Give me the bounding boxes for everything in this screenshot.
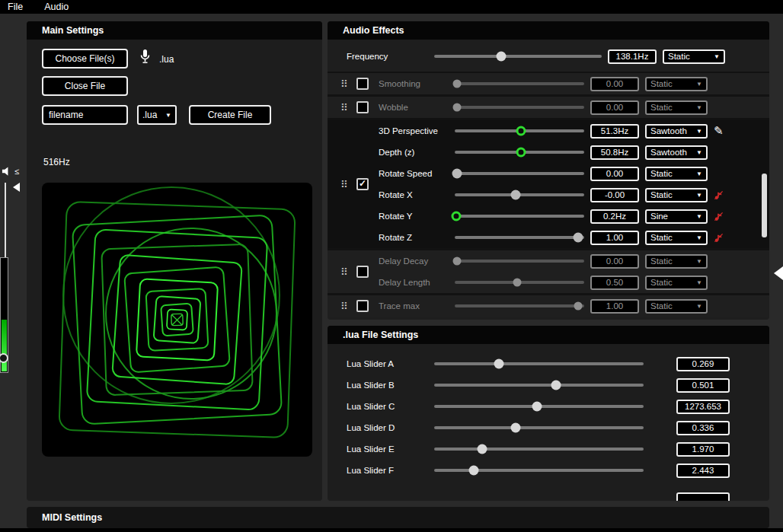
midi-learn-icon[interactable] — [714, 233, 727, 243]
choose-files-button[interactable]: Choose File(s) — [42, 49, 128, 68]
effect-value-box[interactable]: 1.00 — [590, 231, 639, 245]
slider-thumb[interactable] — [516, 148, 526, 158]
lua-value-box[interactable]: 1273.653 — [676, 400, 730, 414]
effect-value-box[interactable]: 0.2Hz — [590, 209, 639, 224]
slider-thumb[interactable] — [551, 381, 561, 390]
effect-checkbox[interactable] — [356, 178, 369, 190]
effect-value-box[interactable]: -0.00 — [590, 188, 639, 202]
lua-value-box[interactable]: 1.970 — [676, 442, 730, 457]
slider-thumb[interactable] — [469, 466, 479, 476]
drag-handle-icon[interactable]: ⠿ — [340, 102, 350, 113]
effect-slider[interactable] — [455, 210, 584, 222]
microphone-icon[interactable] — [139, 49, 151, 65]
volume-level-meter[interactable] — [0, 257, 8, 373]
menu-file[interactable]: File — [8, 2, 23, 12]
effect-slider[interactable] — [455, 125, 584, 137]
drag-handle-icon[interactable]: ⠿ — [340, 179, 350, 190]
slider-thumb[interactable] — [494, 359, 504, 369]
effect-checkbox[interactable] — [356, 78, 369, 90]
slider-thumb[interactable] — [453, 104, 462, 112]
lua-slider[interactable] — [434, 358, 644, 370]
frequency-slider[interactable] — [434, 50, 602, 62]
slider-thumb[interactable] — [574, 302, 582, 311]
lua-value-box[interactable] — [676, 492, 730, 502]
effect-mode-dropdown[interactable]: Static ▼ — [645, 188, 708, 202]
effect-checkbox[interactable] — [356, 300, 369, 312]
effect-checkbox[interactable] — [356, 266, 369, 278]
slider-thumb[interactable] — [497, 52, 507, 62]
lua-slider[interactable] — [434, 422, 644, 434]
effect-mode-dropdown[interactable]: Sine ▼ — [645, 209, 708, 224]
effect-mode-dropdown[interactable]: Static ▼ — [645, 231, 708, 245]
lua-slider[interactable] — [434, 464, 644, 476]
effect-value-box[interactable]: 0.00 — [590, 167, 639, 181]
effect-value-box[interactable]: 0.00 — [590, 254, 639, 269]
effect-value-box[interactable]: 0.00 — [590, 100, 639, 115]
slider-thumb[interactable] — [452, 169, 462, 179]
close-file-button[interactable]: Close File — [42, 76, 128, 96]
volume-meter: ≤ — [0, 166, 23, 379]
effect-slider[interactable] — [455, 276, 584, 288]
create-file-button[interactable]: Create File — [189, 105, 271, 125]
slider-thumb[interactable] — [478, 444, 487, 454]
slider-thumb[interactable] — [453, 257, 462, 266]
effect-mode-dropdown[interactable]: Sawtooth ▼ — [645, 124, 708, 139]
slider-thumb[interactable] — [453, 80, 462, 88]
volume-slider-track[interactable] — [5, 183, 6, 257]
lua-slider[interactable] — [434, 443, 644, 455]
effect-label: 3D Perspective — [379, 126, 449, 135]
scrollbar-thumb[interactable] — [762, 174, 767, 237]
lua-slider[interactable] — [434, 400, 644, 413]
effect-mode-dropdown[interactable]: Static ▼ — [645, 167, 708, 181]
frequency-mode-dropdown[interactable]: Static ▼ — [663, 49, 725, 64]
lua-value-box[interactable]: 2.443 — [676, 464, 730, 478]
lua-value-box[interactable]: 0.501 — [676, 378, 730, 393]
drag-handle-icon[interactable]: ⠿ — [340, 301, 350, 312]
effect-value-box[interactable]: 0.50 — [590, 276, 639, 290]
effect-slider[interactable] — [455, 300, 584, 312]
effect-mode-dropdown[interactable]: Static ▼ — [645, 299, 708, 314]
effect-slider[interactable] — [455, 255, 584, 267]
panel-collapse-arrow[interactable] — [774, 266, 783, 280]
volume-thumb[interactable] — [0, 353, 8, 363]
effect-value-box[interactable]: 0.00 — [590, 77, 639, 91]
menu-audio[interactable]: Audio — [44, 2, 69, 12]
filename-input[interactable] — [42, 105, 128, 125]
effect-mode-dropdown[interactable]: Static ▼ — [645, 100, 708, 115]
effect-slider[interactable] — [455, 231, 584, 244]
slider-thumb[interactable] — [532, 402, 542, 412]
frequency-value-box[interactable]: 138.1Hz — [608, 49, 657, 64]
effect-checkbox[interactable] — [356, 101, 369, 113]
lua-value-box[interactable]: 0.269 — [676, 357, 730, 371]
midi-learn-icon[interactable] — [714, 190, 727, 200]
slider-thumb[interactable] — [511, 423, 521, 433]
effect-value-box[interactable]: 50.8Hz — [590, 145, 639, 160]
slider-thumb[interactable] — [451, 212, 461, 221]
effect-value-box[interactable]: 51.3Hz — [590, 124, 639, 139]
drag-handle-icon[interactable]: ⠿ — [340, 266, 350, 278]
effect-slider[interactable] — [455, 146, 584, 158]
lua-value-box[interactable]: 0.336 — [676, 421, 730, 435]
effect-mode-dropdown[interactable]: Sawtooth ▼ — [645, 145, 708, 160]
midi-learn-icon[interactable] — [714, 212, 727, 221]
midi-settings-panel[interactable]: MIDI Settings — [27, 507, 769, 528]
extension-dropdown[interactable]: .lua ▼ — [137, 105, 177, 125]
slider-thumb[interactable] — [573, 233, 583, 243]
speaker-icon[interactable]: ≤ — [2, 166, 19, 177]
effect-value-box[interactable]: 1.00 — [590, 299, 639, 314]
audio-effects-header: Audio Effects — [328, 21, 769, 40]
effect-mode-dropdown[interactable]: Static ▼ — [645, 77, 708, 91]
edit-pencil-icon[interactable]: ✎ — [714, 124, 724, 138]
effect-slider[interactable] — [455, 101, 584, 113]
slider-thumb[interactable] — [513, 279, 521, 287]
lua-slider[interactable] — [434, 379, 644, 391]
slider-thumb[interactable] — [510, 190, 520, 200]
effect-slider[interactable] — [455, 78, 584, 90]
effect-mode-dropdown[interactable]: Static ▼ — [645, 254, 708, 269]
slider-thumb[interactable] — [516, 126, 526, 136]
drag-handle-icon[interactable]: ⠿ — [340, 78, 350, 90]
effect-group-trace: ⠿ Trace max 1.00 Static ▼ — [328, 295, 769, 317]
effect-mode-dropdown[interactable]: Static ▼ — [645, 276, 708, 290]
effect-slider[interactable] — [455, 167, 584, 180]
effect-slider[interactable] — [455, 189, 584, 201]
